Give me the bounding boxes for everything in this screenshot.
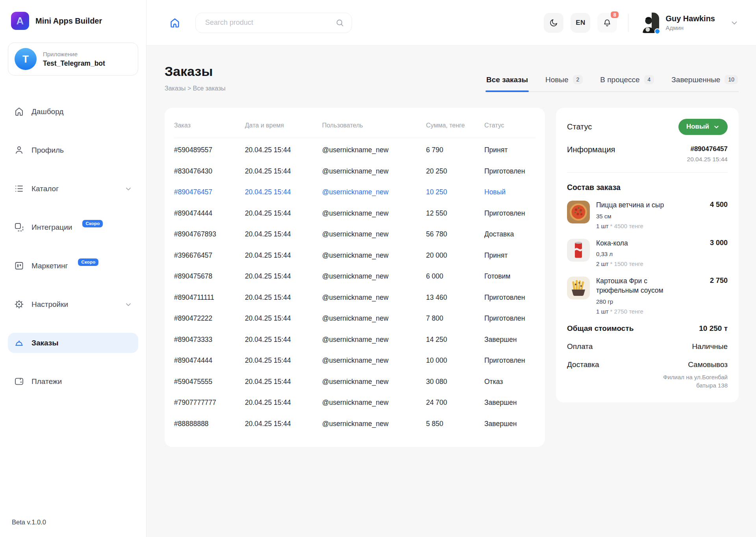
tab-label: Все заказы	[486, 76, 528, 84]
detail-order-datetime: 20.04.25 15:44	[687, 156, 728, 163]
order-user-cell: @usernickname_new	[322, 371, 426, 393]
order-datetime-cell: 20.04.25 15:44	[245, 413, 322, 435]
order-status-cell: Принят	[484, 140, 536, 161]
tab[interactable]: В процессе 4	[599, 75, 655, 91]
chevron-down-icon[interactable]	[124, 185, 132, 193]
column-header: Дата и время	[245, 117, 322, 138]
sidebar: A Mini Apps Builder T Приложение Test_Te…	[0, 0, 146, 537]
home-button[interactable]	[167, 15, 183, 31]
search-bar	[195, 13, 352, 33]
table-row[interactable]: #890475678 20.04.25 15:44 @usernickname_…	[174, 266, 536, 287]
order-id-cell[interactable]: #830476430	[174, 161, 245, 182]
sidebar-item-label: Каталог	[32, 185, 59, 193]
divider	[567, 172, 728, 173]
sidebar-item[interactable]: Заказы	[8, 333, 138, 353]
table-row[interactable]: #830476430 20.04.25 15:44 @usernickname_…	[174, 161, 536, 182]
language-button[interactable]: EN	[571, 13, 590, 33]
order-id-cell[interactable]: #590489557	[174, 140, 245, 161]
order-id-cell[interactable]: #890475678	[174, 266, 245, 287]
table-row[interactable]: #590489557 20.04.25 15:44 @usernickname_…	[174, 140, 536, 161]
order-item: Кока-кола 3 000 0,33 л 2 шт * 1500 тенге	[567, 239, 728, 268]
order-status-cell: Отказ	[484, 371, 536, 393]
table-row[interactable]: #590475555 20.04.25 15:44 @usernickname_…	[174, 371, 536, 393]
table-row[interactable]: #890474444 20.04.25 15:44 @usernickname_…	[174, 350, 536, 371]
product-total-price: 3 000	[710, 239, 728, 248]
product-qty-line: 2 шт * 1500 тенге	[596, 260, 728, 267]
total-label: Общая стоимость	[567, 324, 634, 333]
product-qty-line: 1 шт * 4500 тенге	[596, 223, 728, 229]
sidebar-item[interactable]: Интеграции Скоро	[8, 217, 138, 237]
user-menu[interactable]: Guy Hawkins Админ	[639, 13, 739, 33]
status-dropdown[interactable]: Новый	[678, 119, 728, 135]
column-header: Статус	[484, 117, 536, 138]
search-icon[interactable]	[335, 18, 345, 28]
order-amount-cell: 56 780	[426, 224, 484, 245]
table-row[interactable]: #890476457 20.04.25 15:44 @usernickname_…	[174, 182, 536, 203]
sidebar-item[interactable]: Профиль	[8, 140, 138, 160]
notifications-button[interactable]: 8	[597, 13, 617, 33]
table-row[interactable]: #8904767893 20.04.25 15:44 @usernickname…	[174, 224, 536, 245]
product-name: Кока-кола	[596, 239, 628, 248]
table-row[interactable]: #890473333 20.04.25 15:44 @usernickname_…	[174, 329, 536, 351]
sidebar-item-label: Профиль	[32, 146, 64, 155]
order-amount-cell: 12 550	[426, 203, 484, 224]
tab[interactable]: Все заказы	[485, 75, 529, 91]
sidebar-item[interactable]: Маркетинг Скоро	[8, 256, 138, 276]
order-id-cell[interactable]: #8904767893	[174, 224, 245, 245]
sidebar-item-label: Заказы	[32, 339, 58, 347]
order-user-cell: @usernickname_new	[322, 140, 426, 161]
order-id-cell[interactable]: #88888888	[174, 413, 245, 435]
bot-avatar: T	[15, 48, 37, 70]
sidebar-item[interactable]: Настройки	[8, 294, 138, 314]
order-amount-cell: 13 460	[426, 287, 484, 308]
app-shell: A Mini Apps Builder T Приложение Test_Te…	[0, 0, 756, 537]
app-logo-icon: A	[11, 12, 29, 30]
tab-count-badge: 4	[644, 75, 654, 84]
chevron-down-icon[interactable]	[124, 301, 132, 308]
product-unit-price: 1500 тенге	[614, 260, 643, 267]
column-header: Пользователь	[322, 117, 426, 138]
sidebar-item[interactable]: Каталог	[8, 179, 138, 199]
order-id-cell[interactable]: #590475555	[174, 371, 245, 393]
order-id-cell[interactable]: #890476457	[174, 182, 245, 203]
soon-badge: Скоро	[82, 220, 103, 227]
order-status-cell: Принят	[484, 245, 536, 266]
chevron-down-icon[interactable]	[730, 18, 739, 27]
table-row[interactable]: #396676457 20.04.25 15:44 @usernickname_…	[174, 245, 536, 266]
order-status-cell: Приготовлен	[484, 203, 536, 224]
tab[interactable]: Завершенные 10	[671, 75, 739, 91]
total-value: 10 250 т	[699, 324, 728, 333]
column-header: Сумма, тенге	[426, 117, 484, 138]
dark-mode-toggle[interactable]	[544, 13, 563, 33]
order-id-cell[interactable]: #7907777777	[174, 392, 245, 413]
order-id-cell[interactable]: #396676457	[174, 245, 245, 266]
payment-label: Оплата	[567, 342, 593, 351]
order-id-cell[interactable]: #890474444	[174, 203, 245, 224]
application-selector-card[interactable]: T Приложение Test_Telegram_bot	[8, 42, 138, 76]
order-id-cell[interactable]: #890473333	[174, 329, 245, 351]
order-id-cell[interactable]: #8904711111	[174, 287, 245, 308]
table-row[interactable]: #890472222 20.04.25 15:44 @usernickname_…	[174, 308, 536, 329]
sidebar-item[interactable]: Платежи	[8, 371, 138, 391]
search-input[interactable]	[205, 18, 335, 27]
order-items-title: Состав заказа	[567, 183, 728, 192]
order-amount-cell: 6 000	[426, 266, 484, 287]
order-status-cell: Приготовлен	[484, 350, 536, 371]
app-title: Mini Apps Builder	[35, 17, 102, 26]
sidebar-item[interactable]: Дашборд	[8, 101, 138, 122]
order-id-cell[interactable]: #890472222	[174, 308, 245, 329]
table-row[interactable]: #88888888 20.04.25 15:44 @usernickname_n…	[174, 413, 536, 435]
avatar	[639, 13, 659, 33]
order-status-cell: Завершен	[484, 329, 536, 351]
sidebar-item-icon	[14, 376, 24, 387]
table-row[interactable]: #8904711111 20.04.25 15:44 @usernickname…	[174, 287, 536, 308]
order-datetime-cell: 20.04.25 15:44	[245, 329, 322, 351]
table-row[interactable]: #890474444 20.04.25 15:44 @usernickname_…	[174, 203, 536, 224]
order-amount-cell: 10 250	[426, 182, 484, 203]
orders-table-header: ЗаказДата и времяПользовательСумма, тенг…	[174, 117, 536, 138]
tab[interactable]: Новые 2	[545, 75, 584, 91]
order-status-cell: Новый	[484, 182, 536, 203]
order-id-cell[interactable]: #890474444	[174, 350, 245, 371]
table-row[interactable]: #7907777777 20.04.25 15:44 @usernickname…	[174, 392, 536, 413]
product-unit-price: 2750 тенге	[614, 308, 643, 315]
